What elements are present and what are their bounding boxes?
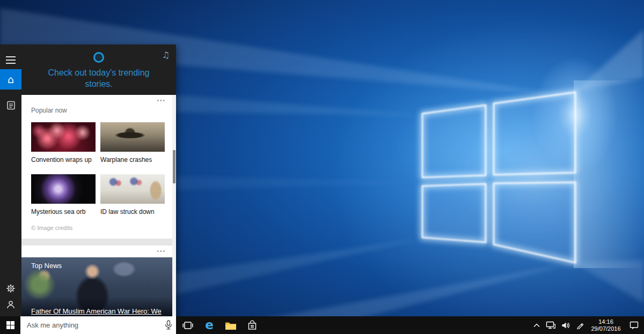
more-options-button[interactable]: ••• — [157, 98, 166, 103]
top-news-card: ••• Top News Father Of Muslim American W… — [21, 246, 172, 316]
chevron-up-icon — [533, 323, 540, 328]
sidebar-item-feedback[interactable] — [0, 295, 21, 314]
windows-ink-button[interactable] — [573, 316, 587, 334]
cortana-search-box — [20, 316, 176, 334]
cortana-logo-icon — [93, 52, 104, 63]
edge-icon: e — [205, 319, 214, 331]
store-bag-icon — [247, 320, 257, 330]
sidebar-item-notebook[interactable] — [0, 96, 21, 114]
network-status-button[interactable] — [543, 316, 558, 334]
speaker-icon — [561, 322, 570, 329]
news-card-title[interactable]: Mysterious sea orb — [31, 208, 98, 216]
news-card-image-sea-orb[interactable] — [31, 174, 96, 204]
scrollbar-track — [172, 95, 176, 316]
news-card-image-voting[interactable] — [100, 174, 165, 204]
show-hidden-icons-button[interactable] — [530, 316, 543, 334]
taskbar-app-icons: e — [177, 316, 263, 334]
action-center-button[interactable] — [625, 316, 643, 334]
pen-icon — [576, 321, 584, 329]
cortana-panel: ⌂ — [0, 44, 176, 316]
cortana-greeting: Check out today's trending stories. — [34, 67, 163, 90]
news-card-image-warplane[interactable] — [100, 122, 165, 152]
file-explorer-button[interactable] — [220, 316, 241, 334]
cortana-header: Check out today's trending stories. ♫ — [21, 44, 176, 95]
clock-time: 14:16 — [587, 318, 625, 325]
network-icon — [546, 321, 555, 329]
section-title: Popular now — [31, 107, 67, 114]
volume-button[interactable] — [558, 316, 573, 334]
news-card-title[interactable]: ID law struck down — [100, 208, 167, 216]
task-view-icon — [182, 321, 193, 330]
music-search-icon[interactable]: ♫ — [162, 50, 170, 60]
windows-logo-icon — [6, 321, 14, 329]
feedback-person-icon — [6, 300, 16, 309]
edge-browser-button[interactable]: e — [199, 316, 220, 334]
task-view-button[interactable] — [177, 316, 199, 334]
news-card-image-fireworks[interactable] — [31, 122, 96, 152]
microphone-button[interactable] — [161, 316, 176, 334]
more-options-button[interactable]: ••• — [157, 248, 166, 254]
notification-bubble-icon — [630, 321, 639, 330]
folder-icon — [225, 321, 237, 330]
microphone-icon — [165, 320, 172, 330]
windows-store-button[interactable] — [241, 316, 263, 334]
top-news-badge: Top News — [31, 262, 62, 270]
gear-icon — [6, 284, 16, 293]
sidebar-item-home[interactable]: ⌂ — [0, 69, 21, 90]
taskbar: e — [0, 316, 644, 334]
top-news-headline-link[interactable]: Father Of Muslim American War Hero: We — [31, 307, 169, 315]
home-icon: ⌂ — [8, 75, 14, 85]
hamburger-icon — [6, 55, 16, 65]
news-card-title[interactable]: Warplane crashes — [100, 156, 167, 164]
hamburger-menu-button[interactable] — [0, 51, 21, 69]
notebook-icon — [6, 101, 16, 110]
system-tray: 14:16 29/07/2016 — [530, 316, 643, 334]
news-card-title[interactable]: Convention wraps up — [31, 156, 98, 164]
scrollbar-thumb[interactable] — [173, 150, 175, 183]
sidebar-item-settings[interactable] — [0, 279, 21, 298]
image-credits-link[interactable]: © Image credits — [31, 225, 72, 231]
popular-now-card: ••• Popular now Convention wraps up Warp… — [21, 95, 172, 239]
start-button[interactable] — [0, 316, 20, 334]
clock[interactable]: 14:16 29/07/2016 — [587, 318, 625, 332]
search-input[interactable] — [20, 321, 161, 329]
clock-date: 29/07/2016 — [587, 325, 625, 332]
cortana-sidebar: ⌂ — [0, 44, 21, 316]
cortana-content: ••• Popular now Convention wraps up Warp… — [21, 95, 176, 316]
top-news-photo[interactable]: Top News Father Of Muslim American War H… — [21, 257, 172, 316]
